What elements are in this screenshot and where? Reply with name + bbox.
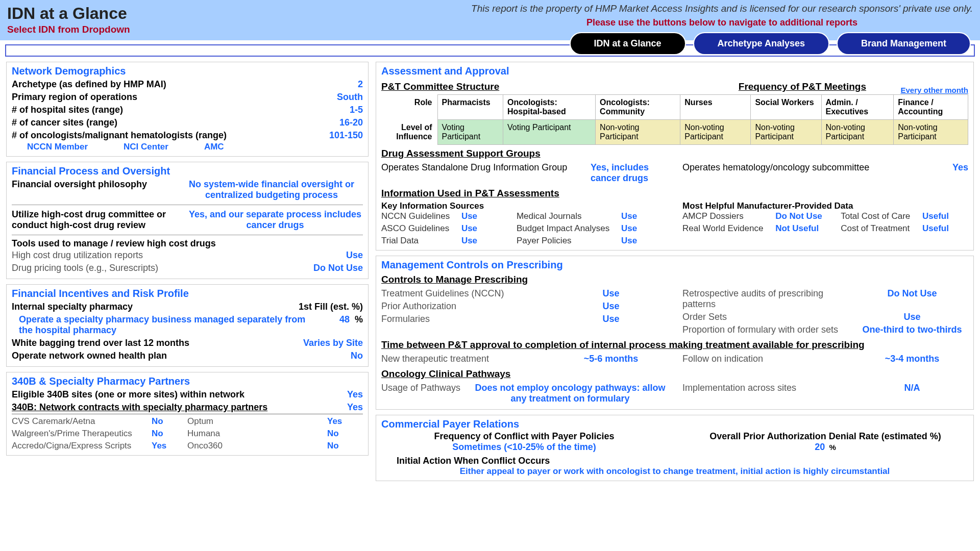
mfg-rwe-v: Not Useful bbox=[775, 223, 831, 234]
tool2-value: Do Not Use bbox=[286, 263, 363, 273]
property-notice: This report is the property of HMP Marke… bbox=[471, 3, 973, 14]
financial-process-section: Financial Process and Oversight Financia… bbox=[6, 162, 369, 279]
partner-onco360-val: No bbox=[327, 441, 363, 451]
src-asco-v: Use bbox=[461, 223, 507, 234]
pt-col-onc-hosp: Oncologists: Hospital-based bbox=[503, 95, 596, 120]
contracts-label: 340B: Network contracts with specialty p… bbox=[12, 402, 286, 413]
management-controls-section: Management Controls on Prescribing Contr… bbox=[376, 256, 974, 410]
mfg-amcp-v: Do Not Use bbox=[775, 211, 831, 221]
region-label: Primary region of operations bbox=[12, 92, 286, 103]
pt-freq-label: Frequency of P&T Meetings bbox=[739, 81, 866, 92]
pt-col-admin: Admin. / Executives bbox=[821, 95, 894, 120]
operate-sp-value: 48 bbox=[319, 314, 350, 325]
dasg-heading: Drug Assessment Support Groups bbox=[381, 148, 968, 159]
highcost-committee-label: Utilize high-cost drug committee or cond… bbox=[12, 209, 187, 231]
src-budget: Budget Impact Analyses bbox=[517, 223, 612, 234]
ctrl-orderset-v: Use bbox=[856, 312, 968, 322]
pt-col-nurses: Nurses bbox=[680, 95, 751, 120]
tools-label: Tools used to manage / review high cost … bbox=[12, 238, 363, 249]
pt-structure-heading: P&T Committee Structure bbox=[381, 81, 739, 92]
hospital-sites-label: # of hospital sites (range) bbox=[12, 105, 286, 115]
section-title: Financial Process and Oversight bbox=[12, 165, 363, 177]
nav-brand-button[interactable]: Brand Management bbox=[837, 32, 971, 55]
partner-walgreens-val: No bbox=[152, 429, 187, 439]
section-title: Management Controls on Prescribing bbox=[381, 259, 968, 271]
time-follow-val: ~3-4 months bbox=[856, 354, 968, 364]
src-trial: Trial Data bbox=[381, 236, 452, 246]
mfg-totalcost: Total Cost of Care bbox=[841, 211, 913, 221]
partner-accredo: Accredo/Cigna/Express Scripts bbox=[12, 441, 152, 451]
section-title: Commercial Payer Relations bbox=[381, 418, 968, 430]
time-new-lbl: New therapeutic treatment bbox=[381, 354, 555, 364]
nav-archetype-button[interactable]: Archetype Analyses bbox=[693, 32, 829, 55]
ctrl-nccn: Treatment Guidelines (NCCN) bbox=[381, 288, 555, 299]
pathway-usage-lbl: Usage of Pathways bbox=[381, 383, 473, 404]
initial-action-lbl: Initial Action When Conflict Occurs bbox=[381, 456, 968, 466]
partner-optum: Optum bbox=[187, 416, 327, 427]
tool1-value: Use bbox=[286, 250, 363, 261]
first-fill-col: 1st Fill (est. %) bbox=[187, 302, 363, 312]
financial-incentives-section: Financial Incentives and Risk Profile In… bbox=[6, 284, 369, 367]
mfg-amcp: AMCP Dossiers bbox=[682, 211, 766, 221]
oncologists-label: # of oncologists/malignant hematologists… bbox=[12, 130, 286, 141]
eligible-340b-label: Eligible 340B sites (one or more sites) … bbox=[12, 389, 286, 400]
mfg-totalcost-v: Useful bbox=[922, 211, 968, 221]
white-bagging-value: Varies by Site bbox=[286, 338, 363, 348]
mfg-cot-v: Useful bbox=[922, 223, 968, 234]
section-title: Assessment and Approval bbox=[381, 65, 968, 77]
ctrl-pa: Prior Authorization bbox=[381, 301, 555, 312]
contracts-value: Yes bbox=[286, 402, 363, 413]
key-sources-heading: Key Information Sources bbox=[381, 201, 667, 211]
pt-freq-value: Every other month bbox=[866, 86, 968, 94]
partner-walgreens: Walgreen's/Prime Therapeutics bbox=[12, 429, 152, 439]
pt-table: Role Pharmacists Oncologists: Hospital-b… bbox=[381, 94, 968, 145]
percent-unit: % bbox=[350, 314, 363, 325]
ctrl-audit-v: Do Not Use bbox=[856, 288, 968, 310]
partner-optum-val: Yes bbox=[327, 416, 363, 427]
src-journals: Medical Journals bbox=[517, 211, 612, 221]
pt-col-pharm: Pharmacists bbox=[437, 95, 503, 120]
health-plan-value: No bbox=[286, 350, 363, 361]
src-nccn-v: Use bbox=[461, 211, 507, 221]
pt-lvl-nurses: Non-voting Participant bbox=[680, 120, 751, 145]
ctrl-form: Formularies bbox=[381, 314, 555, 324]
src-journals-v: Use bbox=[621, 211, 667, 221]
nav-idn-glance-button[interactable]: IDN at a Glance bbox=[570, 32, 686, 55]
amc-badge: AMC bbox=[204, 142, 224, 152]
denial-rate-unit: % bbox=[829, 443, 836, 452]
pathway-impl-val: N/A bbox=[856, 383, 968, 404]
pathways-heading: Oncology Clinical Pathways bbox=[381, 368, 968, 380]
partner-cvs-val: No bbox=[152, 416, 187, 427]
pt-lvl-onc-comm: Non-voting Participant bbox=[596, 120, 680, 145]
ctrl-prop-v: One-third to two-thirds bbox=[856, 324, 968, 335]
mfg-cot: Cost of Treatment bbox=[841, 223, 913, 234]
highcost-committee-value: Yes, and our separate process includes c… bbox=[187, 209, 363, 231]
mfg-data-heading: Most Helpful Manufacturer-Provided Data bbox=[682, 201, 968, 211]
pt-lvl-social: Non-voting Participant bbox=[751, 120, 821, 145]
header-bar: IDN at a Glance Select IDN from Dropdown… bbox=[0, 0, 980, 40]
pt-row-role: Role bbox=[381, 95, 437, 120]
pathway-usage-val: Does not employ oncology pathways: allow… bbox=[473, 383, 667, 404]
nav-hint: Please use the buttons below to navigate… bbox=[471, 17, 973, 28]
cancer-sites-label: # of cancer sites (range) bbox=[12, 117, 286, 128]
denial-rate-lbl: Overall Prior Authorization Denial Rate … bbox=[682, 431, 968, 442]
ctrl-pa-v: Use bbox=[555, 301, 667, 312]
partner-humana-val: No bbox=[327, 429, 363, 439]
internal-sp-label: Internal specialty pharmacy bbox=[12, 302, 187, 312]
conflict-freq-val: Sometimes (<10-25% of the time) bbox=[381, 442, 667, 453]
pt-lvl-finance: Non-voting Participant bbox=[894, 120, 968, 145]
src-nccn: NCCN Guidelines bbox=[381, 211, 452, 221]
assessment-section: Assessment and Approval P&T Committee St… bbox=[376, 62, 974, 251]
pt-col-onc-comm: Oncologists: Community bbox=[596, 95, 680, 120]
src-payer: Payer Policies bbox=[517, 236, 612, 246]
tool1-label: High cost drug utilization reports bbox=[12, 250, 286, 261]
ctrl-nccn-v: Use bbox=[555, 288, 667, 299]
network-demographics-section: Network Demographics Archetype (as defin… bbox=[6, 62, 369, 157]
oncologists-value: 101-150 bbox=[286, 130, 363, 141]
archetype-label: Archetype (as defined by HMP MAI) bbox=[12, 79, 286, 90]
oversight-philosophy-value: No system-wide financial oversight or ce… bbox=[180, 179, 363, 201]
payer-relations-section: Commercial Payer Relations Frequency of … bbox=[376, 415, 974, 481]
info-heading: Information Used in P&T Assessments bbox=[381, 188, 968, 199]
pt-lvl-admin: Non-voting Participant bbox=[821, 120, 894, 145]
src-payer-v: Use bbox=[621, 236, 667, 246]
